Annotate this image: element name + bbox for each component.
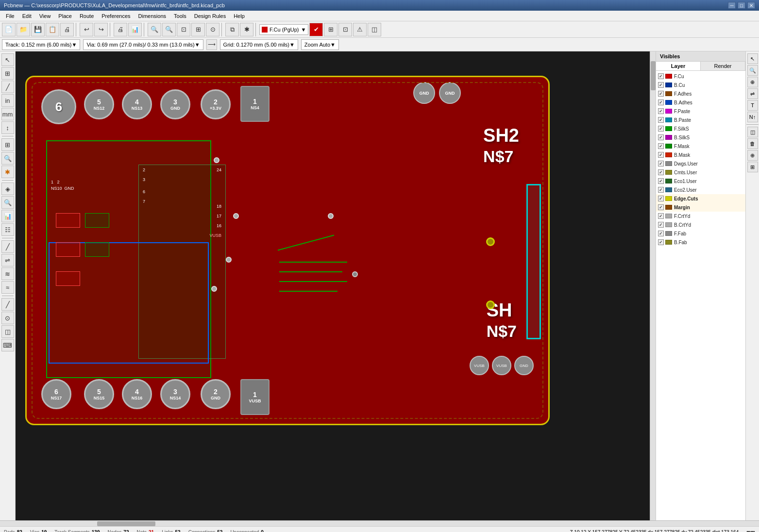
- via-selector[interactable]: Via: 0.69 mm (27.0 mils)/ 0.33 mm (13.0 …: [83, 39, 203, 50]
- maximize-button[interactable]: □: [738, 2, 745, 9]
- menu-preferences[interactable]: Preferences: [98, 12, 134, 20]
- select-tool[interactable]: ↖: [1, 53, 14, 66]
- close-button[interactable]: ✕: [747, 2, 755, 9]
- layer-checkbox-B.Paste[interactable]: ✓: [658, 117, 664, 123]
- layer-checkbox-Eco1.User[interactable]: ✓: [658, 178, 664, 184]
- layer-row-b-crtyd[interactable]: ✓B.CrtYd: [656, 220, 745, 229]
- menu-dimensions[interactable]: Dimensions: [135, 12, 170, 20]
- menu-edit[interactable]: Edit: [18, 12, 35, 20]
- save-button[interactable]: 💾: [31, 23, 45, 36]
- menu-file[interactable]: File: [2, 12, 18, 20]
- layer-checkbox-B.Cu[interactable]: ✓: [658, 82, 664, 88]
- layer-checkbox-B.Adhes[interactable]: ✓: [658, 100, 664, 105]
- layer-row-b-silks[interactable]: ✓B.SilkS: [656, 133, 745, 142]
- zoom-selector[interactable]: Zoom Auto ▼: [301, 39, 339, 50]
- layers-visible-button[interactable]: ◫: [368, 23, 381, 36]
- zoom-fit-button[interactable]: ⊡: [177, 23, 190, 36]
- mirror-tool[interactable]: ⇌: [747, 88, 758, 99]
- grid-tool-r[interactable]: ⊞: [747, 162, 758, 172]
- north-tool[interactable]: N↑: [747, 112, 758, 122]
- zoom-tool-r[interactable]: 🔍: [747, 65, 758, 76]
- grid-tool[interactable]: ⊞: [1, 138, 14, 151]
- layer-checkbox-Cmts.User[interactable]: ✓: [658, 169, 664, 175]
- layer-row-f-mask[interactable]: ✓F.Mask: [656, 142, 745, 150]
- layer-checkbox-B.Mask[interactable]: ✓: [658, 152, 664, 158]
- horizontal-scrollbar[interactable]: [0, 520, 759, 526]
- layer-checkbox-F.Paste[interactable]: ✓: [658, 108, 664, 114]
- layer-checkbox-Dwgs.User[interactable]: ✓: [658, 161, 664, 166]
- grid2-button[interactable]: ⊡: [338, 23, 352, 36]
- layer-checkbox-F.Adhes[interactable]: ✓: [658, 91, 664, 97]
- page-settings-button[interactable]: 📋: [46, 23, 59, 36]
- layer-checkbox-Margin[interactable]: ✓: [658, 204, 664, 210]
- text-tool[interactable]: T: [747, 100, 758, 111]
- scripting-tool[interactable]: ⌨: [1, 339, 14, 351]
- layer-checkbox-F.Fab[interactable]: ✓: [658, 231, 664, 236]
- menu-tools[interactable]: Tools: [170, 12, 190, 20]
- layer-checkbox-B.SilkS[interactable]: ✓: [658, 134, 664, 140]
- layer-checkbox-F.Mask[interactable]: ✓: [658, 143, 664, 149]
- menu-view[interactable]: View: [35, 12, 55, 20]
- drc-button[interactable]: ✔: [309, 23, 323, 36]
- layer-checkbox-F.CrtYd[interactable]: ✓: [658, 213, 664, 219]
- zoom-in-button[interactable]: 🔍: [148, 23, 161, 36]
- grid-selector[interactable]: Grid: 0.1270 mm (5.00 mils) ▼: [220, 39, 298, 50]
- add-text-tool[interactable]: in: [1, 94, 14, 107]
- highlight-tool[interactable]: ✱: [1, 166, 14, 178]
- ratsnest-button[interactable]: ✱: [240, 23, 253, 36]
- redo-button[interactable]: ↪: [94, 23, 108, 36]
- layer-row-eco2-user[interactable]: ✓Eco2.User: [656, 185, 745, 194]
- menu-place[interactable]: Place: [54, 12, 76, 20]
- footprint-tool[interactable]: ⊞: [1, 67, 14, 80]
- grid-button[interactable]: ⊞: [324, 23, 337, 36]
- menu-help[interactable]: Help: [230, 12, 249, 20]
- menu-route[interactable]: Route: [76, 12, 98, 20]
- layer-checkbox-B.CrtYd[interactable]: ✓: [658, 222, 664, 228]
- inspect-tool[interactable]: 🔍: [1, 152, 14, 165]
- menu-design-rules[interactable]: Design Rules: [190, 12, 230, 20]
- layer-checkbox-F.Cu[interactable]: ✓: [658, 73, 664, 79]
- open-button[interactable]: 📁: [17, 23, 30, 36]
- netinspect-tool[interactable]: 🔍: [1, 196, 14, 209]
- layer-checkbox-F.SilkS[interactable]: ✓: [658, 126, 664, 132]
- layer-row-b-cu[interactable]: ✓B.Cu: [656, 81, 745, 89]
- layer-row-b-adhes[interactable]: ✓B.Adhes: [656, 98, 745, 107]
- zoom-out-button[interactable]: 🔍: [162, 23, 176, 36]
- add-via-tool[interactable]: ⊙: [1, 312, 14, 324]
- arrow-tool[interactable]: ↕: [1, 121, 14, 134]
- zoom-center-button[interactable]: ⊙: [206, 23, 219, 36]
- vertical-scrollbar-thumb[interactable]: [651, 61, 656, 90]
- design-rules-button[interactable]: ⚠: [353, 23, 367, 36]
- cursor-tool[interactable]: ↖: [747, 53, 758, 64]
- delete-tool[interactable]: 🗑: [747, 138, 758, 149]
- tune-track-tool[interactable]: ≋: [1, 267, 14, 280]
- tune-diff-pair-tool[interactable]: ≈: [1, 281, 14, 294]
- add-zone-tool[interactable]: ◫: [1, 325, 14, 338]
- route-track-tool[interactable]: ╱: [1, 240, 14, 253]
- layer-checkbox-B.Fab[interactable]: ✓: [658, 239, 664, 245]
- move-tool[interactable]: ⊕: [747, 150, 758, 161]
- layer-row-f-cu[interactable]: ✓F.Cu: [656, 72, 745, 81]
- layer-checkbox-Edge.Cuts[interactable]: ✓: [658, 196, 664, 201]
- minimize-button[interactable]: ─: [728, 2, 736, 9]
- canvas-area[interactable]: 6 5 NS12 4 NS13 3 GND 2 +3.3V: [16, 51, 656, 520]
- pcb-calculator-tool[interactable]: ☷: [1, 223, 14, 236]
- zoom-area-button[interactable]: ⊞: [191, 23, 205, 36]
- layer-row-edge-cuts[interactable]: ✓Edge.Cuts: [656, 194, 745, 203]
- route-tool-r[interactable]: ⊕: [747, 77, 758, 87]
- undo-button[interactable]: ↩: [80, 23, 93, 36]
- tab-layer[interactable]: Layer: [656, 62, 701, 70]
- layer-row-f-silks[interactable]: ✓F.SilkS: [656, 124, 745, 133]
- layer-row-cmts-user[interactable]: ✓Cmts.User: [656, 168, 745, 177]
- layer-row-b-paste[interactable]: ✓B.Paste: [656, 116, 745, 124]
- tab-render[interactable]: Render: [701, 62, 745, 70]
- layer-row-f-fab[interactable]: ✓F.Fab: [656, 229, 745, 238]
- route-diff-pair-tool[interactable]: ⇌: [1, 254, 14, 266]
- route-single-tool[interactable]: ╱: [1, 81, 14, 93]
- measure-tool[interactable]: mm: [1, 108, 14, 120]
- layer-selector[interactable]: F.Cu (PgUp) ▼: [259, 24, 308, 35]
- layer-row-f-crtyd[interactable]: ✓F.CrtYd: [656, 212, 745, 220]
- print2-button[interactable]: 🖨: [114, 23, 127, 36]
- layer-tool[interactable]: ◫: [747, 127, 758, 137]
- vertical-scrollbar[interactable]: [650, 51, 656, 520]
